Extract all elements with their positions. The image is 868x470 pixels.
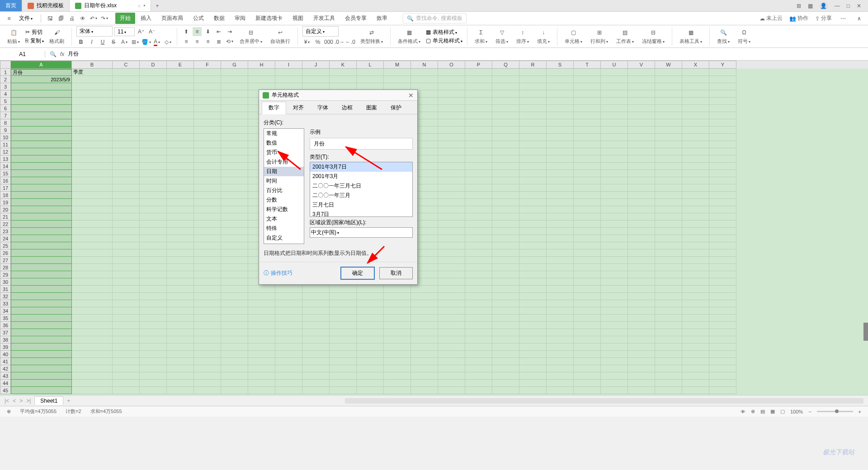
worksheet-button[interactable]: ▤工作表: [613, 28, 637, 45]
cell-G43[interactable]: [221, 372, 248, 380]
cell-O39[interactable]: [438, 343, 465, 351]
cell-W26[interactable]: [655, 249, 682, 257]
cell-Q35[interactable]: [492, 315, 519, 322]
cell-S6[interactable]: [547, 105, 574, 112]
cell-X10[interactable]: [682, 134, 709, 141]
cell-T41[interactable]: [574, 358, 601, 365]
cell-W12[interactable]: [655, 148, 682, 155]
cell-A11[interactable]: [11, 141, 72, 148]
indent-right-icon[interactable]: ⇥: [225, 27, 234, 36]
increase-font-icon[interactable]: A⁺: [137, 27, 146, 36]
sheet-nav-last-icon[interactable]: >|: [26, 398, 31, 404]
cell-T15[interactable]: [574, 170, 601, 177]
cell-T13[interactable]: [574, 155, 601, 163]
cell-Y20[interactable]: [709, 206, 736, 213]
cell-T36[interactable]: [574, 322, 601, 329]
cell-G11[interactable]: [221, 141, 248, 148]
cell-W41[interactable]: [655, 358, 682, 365]
cell-W32[interactable]: [655, 293, 682, 300]
cell-X12[interactable]: [682, 148, 709, 155]
currency-icon[interactable]: ¥: [302, 38, 311, 47]
cell-S35[interactable]: [547, 315, 574, 322]
cell-C35[interactable]: [113, 315, 140, 322]
cell-A17[interactable]: [11, 184, 72, 192]
cell-G18[interactable]: [221, 192, 248, 199]
zoom-icon[interactable]: 🔍: [50, 51, 57, 57]
cell-J38[interactable]: [302, 336, 330, 343]
dialog-tab-2[interactable]: 字体: [311, 102, 335, 114]
cell-V45[interactable]: [628, 387, 655, 394]
cell-U13[interactable]: [601, 155, 628, 163]
cell-R2[interactable]: [519, 76, 547, 83]
cell-K36[interactable]: [330, 322, 357, 329]
cell-O41[interactable]: [438, 358, 465, 365]
cell-W40[interactable]: [655, 351, 682, 358]
cell-Y36[interactable]: [709, 322, 736, 329]
cell-E34[interactable]: [167, 307, 194, 315]
cell-U23[interactable]: [601, 228, 628, 235]
cell-P31[interactable]: [465, 286, 492, 293]
cell-W30[interactable]: [655, 278, 682, 286]
text-style-icon[interactable]: A: [120, 38, 129, 47]
cell-X15[interactable]: [682, 170, 709, 177]
cell-I2[interactable]: [275, 76, 302, 83]
ribbon-tab-9[interactable]: 会员专享: [340, 13, 371, 24]
cell-U35[interactable]: [601, 315, 628, 322]
cell-A21[interactable]: [11, 213, 72, 221]
cell-U40[interactable]: [601, 351, 628, 358]
cell-Y26[interactable]: [709, 249, 736, 257]
cell-U14[interactable]: [601, 163, 628, 170]
cell-T17[interactable]: [574, 184, 601, 192]
cell-Y7[interactable]: [709, 112, 736, 119]
cell-K38[interactable]: [330, 336, 357, 343]
cell-J41[interactable]: [302, 358, 330, 365]
cell-W22[interactable]: [655, 221, 682, 228]
align-right-icon[interactable]: ≡: [203, 37, 212, 46]
cell-G22[interactable]: [221, 221, 248, 228]
row-header-34[interactable]: 34: [0, 307, 11, 315]
cell-C26[interactable]: [113, 249, 140, 257]
cell-Y34[interactable]: [709, 307, 736, 315]
cell-G20[interactable]: [221, 206, 248, 213]
cell-W14[interactable]: [655, 163, 682, 170]
cell-Q37[interactable]: [492, 329, 519, 336]
cell-Y39[interactable]: [709, 343, 736, 351]
cell-V10[interactable]: [628, 134, 655, 141]
cell-G38[interactable]: [221, 336, 248, 343]
cell-T27[interactable]: [574, 257, 601, 264]
cell-P29[interactable]: [465, 271, 492, 278]
cell-N37[interactable]: [411, 329, 438, 336]
cell-S25[interactable]: [547, 242, 574, 249]
cell-W23[interactable]: [655, 228, 682, 235]
find-button[interactable]: 🔍查找: [714, 28, 732, 45]
cell-M2[interactable]: [384, 76, 411, 83]
cell-E1[interactable]: [167, 69, 194, 76]
cell-L40[interactable]: [357, 351, 384, 358]
cell-Q25[interactable]: [492, 242, 519, 249]
cell-U28[interactable]: [601, 264, 628, 271]
cell-L31[interactable]: [357, 286, 384, 293]
cell-D9[interactable]: [140, 127, 167, 134]
cell-O9[interactable]: [438, 127, 465, 134]
cell-B3[interactable]: [72, 83, 113, 90]
minimize-button[interactable]: —: [835, 3, 840, 9]
cell-S1[interactable]: [547, 69, 574, 76]
row-header-28[interactable]: 28: [0, 264, 11, 271]
cell-P26[interactable]: [465, 249, 492, 257]
cell-G33[interactable]: [221, 300, 248, 307]
cell-C37[interactable]: [113, 329, 140, 336]
collapse-ribbon-icon[interactable]: ∧: [854, 14, 863, 23]
col-header-P[interactable]: P: [465, 61, 492, 69]
save-icon[interactable]: 🖫: [46, 14, 55, 23]
cell-R20[interactable]: [519, 206, 547, 213]
cell-R14[interactable]: [519, 163, 547, 170]
cell-E3[interactable]: [167, 83, 194, 90]
cell-U45[interactable]: [601, 387, 628, 394]
cell-Q24[interactable]: [492, 235, 519, 242]
col-header-Q[interactable]: Q: [492, 61, 519, 69]
cell-G5[interactable]: [221, 98, 248, 105]
cell-X37[interactable]: [682, 329, 709, 336]
cell-S39[interactable]: [547, 343, 574, 351]
cell-X13[interactable]: [682, 155, 709, 163]
redo-icon[interactable]: ↷: [100, 14, 109, 23]
